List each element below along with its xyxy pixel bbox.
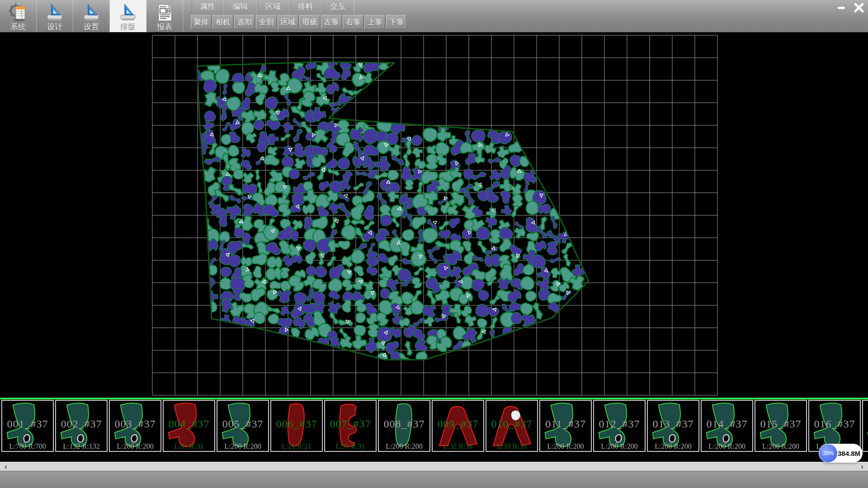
main-button-group: 系统设计设置排版报表 — [0, 0, 183, 32]
tool-button-聚排[interactable]: 聚排 — [191, 15, 212, 29]
set-square-icon — [118, 3, 138, 23]
minimize-icon — [836, 3, 846, 13]
menu-tab-区域[interactable]: 区域 — [257, 0, 289, 13]
thumbnail-piece-015_#37[interactable]: 015_#37L:200 R:200 — [755, 400, 807, 452]
piece-shape — [541, 401, 590, 450]
piece-shape — [57, 401, 106, 450]
scroll-left-icon[interactable]: ‹ — [0, 462, 12, 471]
main-button-label: 报表 — [157, 23, 172, 31]
tool-button-上靠[interactable]: 上靠 — [364, 15, 385, 29]
piece-shape — [703, 401, 751, 450]
thumbnail-piece-009_#37[interactable]: 009_#37L:32 R:31 — [432, 400, 484, 452]
nesting-canvas[interactable] — [0, 33, 868, 399]
thumbnail-piece-005_#37[interactable]: 005_#37L:200 R:200 — [217, 400, 269, 452]
menu-tab-编辑[interactable]: 编辑 — [224, 0, 257, 13]
menu-tab-交互[interactable]: 交互 — [322, 0, 354, 13]
main-button-排版[interactable]: 排版 — [110, 0, 146, 32]
piece-shape — [649, 401, 698, 450]
menu-tab-row: 属性编辑区域排料交互 — [192, 0, 354, 13]
main-button-设计[interactable]: 设计 — [37, 0, 73, 32]
piece-thumbnail-panel: 001_#37L:700 R:700002_#37L:132 R:132003_… — [0, 398, 868, 462]
report-document-icon — [155, 3, 175, 23]
piece-thumbnail-list: 001_#37L:700 R:700002_#37L:132 R:132003_… — [0, 400, 868, 453]
piece-shape — [272, 401, 321, 450]
nested-pieces — [193, 55, 588, 366]
main-button-label: 设计 — [47, 23, 62, 31]
main-button-系统[interactable]: 系统 — [0, 0, 37, 32]
cpu-percent-value: 38% — [823, 450, 834, 456]
close-icon — [854, 2, 864, 13]
main-button-icon-slot — [155, 2, 175, 23]
thumbnail-piece-007_#37[interactable]: 007_#37L:31 R:31 — [324, 400, 377, 452]
thumbnail-piece-002_#37[interactable]: 002_#37L:132 R:132 — [55, 400, 108, 452]
piece-shape — [380, 401, 429, 450]
tool-button-选割[interactable]: 选割 — [234, 15, 255, 29]
strip-divider-line — [0, 398, 868, 399]
thumbnail-piece-001_#37[interactable]: 001_#37L:700 R:700 — [1, 400, 54, 452]
scroll-right-icon[interactable]: › — [856, 462, 868, 471]
piece-shape — [218, 401, 267, 450]
tool-button-相机[interactable]: 相机 — [212, 15, 233, 29]
tool-button-右靠[interactable]: 右靠 — [343, 15, 363, 29]
piece-shape — [487, 401, 536, 450]
piece-shape — [165, 401, 213, 450]
piece-shape — [864, 401, 868, 450]
thumbnail-piece-004_#37[interactable]: 004_#37L:31 R:31 — [163, 400, 215, 452]
thumbnail-piece-014_#37[interactable]: 014_#37L:200 R:200 — [701, 400, 753, 452]
memory-value: 384.8M — [837, 450, 863, 457]
cpu-percent-indicator: 38% — [819, 444, 837, 462]
main-button-icon-slot — [8, 2, 28, 23]
piece-shape — [756, 401, 805, 450]
tool-button-下靠[interactable]: 下靠 — [386, 15, 407, 29]
piece-shape — [595, 401, 644, 450]
main-button-icon-slot — [45, 2, 65, 23]
thumbnail-piece-008_#37[interactable]: 008_#37L:200 R:200 — [378, 400, 430, 452]
tool-button-全割[interactable]: 全割 — [256, 15, 277, 29]
menu-tab-排料[interactable]: 排料 — [289, 0, 322, 13]
piece-shape — [326, 401, 375, 450]
set-square-icon — [45, 3, 65, 23]
thumbnail-piece-010_#37[interactable]: 010_#37L:33 R:33 — [486, 400, 538, 452]
memory-usage-badge[interactable]: 38% 384.8M — [819, 444, 863, 463]
tool-button-row: 聚排相机选割全割区域瑕疵左靠右靠上靠下靠 — [191, 15, 407, 29]
window-controls — [833, 0, 867, 14]
system-gear-icon — [8, 3, 28, 23]
tool-button-区域[interactable]: 区域 — [278, 15, 298, 29]
minimize-button[interactable] — [833, 0, 849, 14]
piece-shape — [810, 401, 859, 450]
thumbnail-piece-012_#37[interactable]: 012_#37L:200 R:200 — [593, 400, 646, 452]
main-button-icon-slot — [81, 2, 101, 23]
piece-shape — [111, 401, 160, 450]
horizontal-scrollbar[interactable]: ‹ › — [0, 462, 868, 471]
piece-shape — [434, 401, 482, 450]
thumbnail-piece-006_#37[interactable]: 006_#37L:21 R:21 — [270, 400, 323, 452]
main-button-label: 系统 — [10, 23, 26, 31]
thumbnail-piece-003_#37[interactable]: 003_#37L:200 R:200 — [109, 400, 161, 452]
top-toolbar: 系统设计设置排版报表 属性编辑区域排料交互 聚排相机选割全割区域瑕疵左靠右靠上靠… — [0, 0, 868, 33]
piece-shape — [3, 401, 52, 450]
main-button-icon-slot — [118, 2, 138, 23]
thumbnail-piece-011_#37[interactable]: 011_#37L:200 R:200 — [539, 400, 592, 452]
status-bar — [0, 471, 868, 488]
nest-layout-drawing — [0, 33, 868, 399]
menu-tab-属性[interactable]: 属性 — [192, 0, 224, 13]
tool-button-左靠[interactable]: 左靠 — [321, 15, 342, 29]
thumbnail-piece-017_#37[interactable]: 017_#37L:200 R:200 — [862, 400, 868, 452]
tool-button-瑕疵[interactable]: 瑕疵 — [299, 15, 320, 29]
main-button-设置[interactable]: 设置 — [73, 0, 110, 32]
set-square-icon — [81, 3, 101, 23]
close-button[interactable] — [851, 0, 867, 14]
thumbnail-piece-013_#37[interactable]: 013_#37L:200 R:200 — [647, 400, 699, 452]
main-button-报表[interactable]: 报表 — [146, 0, 183, 32]
main-button-label: 排版 — [120, 23, 136, 31]
main-button-label: 设置 — [84, 23, 99, 31]
